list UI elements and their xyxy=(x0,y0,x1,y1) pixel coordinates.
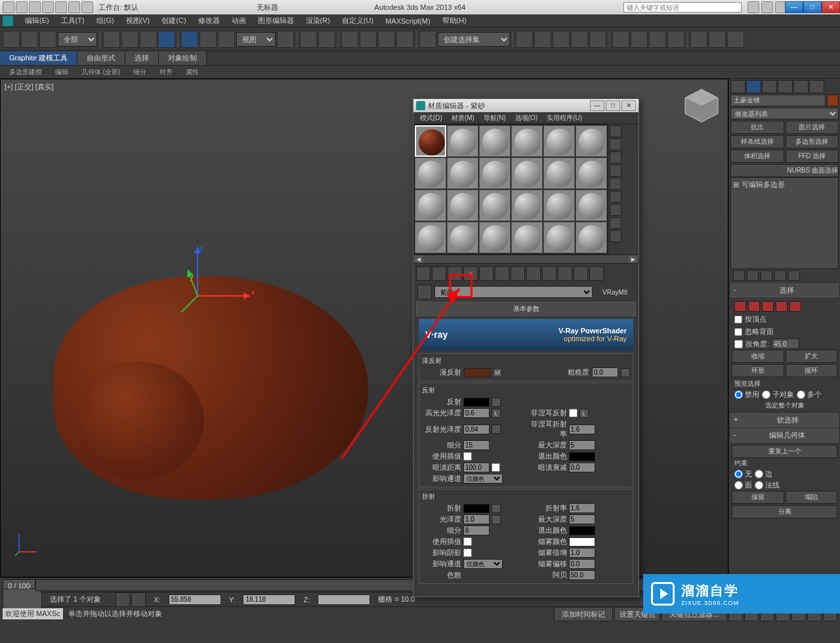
unique-icon[interactable] xyxy=(761,270,772,281)
make-unique-icon[interactable] xyxy=(495,266,509,281)
ribbon-sub-subdivide[interactable]: 细分 xyxy=(127,66,153,78)
fresnel-check[interactable] xyxy=(569,409,578,417)
diffuse-map-button[interactable]: M xyxy=(493,368,502,377)
mat-slot-11[interactable] xyxy=(543,157,575,189)
link-icon[interactable] xyxy=(3,31,20,48)
rendered-frame-icon[interactable] xyxy=(649,31,666,48)
collapse-button[interactable]: 塌陷 xyxy=(786,491,838,504)
ribbon-tab-graphite[interactable]: Graphite 建模工具 xyxy=(0,51,77,65)
constraint-normal-radio[interactable] xyxy=(755,481,763,489)
menu-group[interactable]: 组(G) xyxy=(91,14,119,27)
roughness-spinner[interactable] xyxy=(592,367,618,377)
refr-exit-color-swatch[interactable] xyxy=(569,526,595,535)
ribbon-sub-props[interactable]: 属性 xyxy=(179,66,205,78)
menu-views[interactable]: 视图(V) xyxy=(121,14,156,27)
constraint-edge-radio[interactable] xyxy=(755,470,763,478)
select-by-mat-icon[interactable] xyxy=(610,217,621,229)
search-icon[interactable] xyxy=(747,1,759,13)
schematic-icon[interactable] xyxy=(589,31,606,48)
menu-animation[interactable]: 动画 xyxy=(226,14,251,27)
abbe-spinner[interactable] xyxy=(569,570,595,580)
coord-y-input[interactable] xyxy=(243,594,295,605)
dim-falloff-spinner[interactable] xyxy=(569,463,595,472)
mat-slot-21[interactable] xyxy=(479,222,511,253)
menu-grapheditors[interactable]: 图形编辑器 xyxy=(253,14,299,27)
menu-rendering[interactable]: 渲染(R) xyxy=(301,14,335,27)
lock-selection-icon[interactable] xyxy=(116,592,130,607)
mat-slot-2[interactable] xyxy=(447,125,478,157)
max-logo-icon[interactable] xyxy=(3,16,13,26)
rollout-basic-params[interactable]: 基本参数 xyxy=(416,302,636,316)
undo-icon[interactable] xyxy=(55,1,67,13)
mat-slot-6[interactable] xyxy=(576,125,607,157)
modbtn-patch[interactable]: 面片选择 xyxy=(786,121,839,134)
ior-spinner[interactable] xyxy=(569,503,595,513)
keyboard-shortcut-icon[interactable] xyxy=(318,31,335,48)
modbtn-spline[interactable]: 样条线选择 xyxy=(730,135,784,148)
preserve-button[interactable]: 保留 xyxy=(732,491,784,504)
subobj-element-icon[interactable] xyxy=(789,301,801,312)
new-icon[interactable] xyxy=(16,1,28,13)
help-search-input[interactable] xyxy=(623,2,742,12)
mat-menu-mode[interactable]: 模式(D) xyxy=(416,113,446,123)
mat-slot-15[interactable] xyxy=(479,190,511,221)
teapot3-icon[interactable] xyxy=(727,31,744,48)
named-selection-select[interactable]: 创建选择集 xyxy=(438,32,510,47)
motion-tab-icon[interactable] xyxy=(778,80,793,93)
move-icon[interactable] xyxy=(181,31,198,48)
modbtn-extrude[interactable]: 抗出 xyxy=(730,121,784,134)
pin-stack-icon[interactable] xyxy=(733,270,745,281)
subobj-poly-icon[interactable] xyxy=(776,301,788,312)
detach-button[interactable]: 分离 xyxy=(732,505,837,518)
hierarchy-tab-icon[interactable] xyxy=(762,80,777,93)
scroll-right-icon[interactable]: ► xyxy=(629,255,638,263)
bind-icon[interactable] xyxy=(39,31,56,48)
select-rect-icon[interactable] xyxy=(140,31,157,48)
mat-slot-14[interactable] xyxy=(447,190,478,221)
open-icon[interactable] xyxy=(29,1,41,13)
refl-interp-check[interactable] xyxy=(463,452,472,461)
make-copy-icon[interactable] xyxy=(479,266,494,281)
maximize-button[interactable]: □ xyxy=(803,1,822,13)
viewcube[interactable] xyxy=(682,86,721,125)
ring-button[interactable]: 环形 xyxy=(732,364,784,377)
mat-slot-8[interactable] xyxy=(447,157,478,189)
mat-minimize-button[interactable]: — xyxy=(590,100,604,111)
trackbar-thumb[interactable] xyxy=(3,589,42,611)
menu-customize[interactable]: 自定义(U) xyxy=(337,14,379,27)
rollout-selection-head[interactable]: -选择 xyxy=(730,283,839,297)
options-icon[interactable] xyxy=(610,204,621,216)
rotate-icon[interactable] xyxy=(200,31,217,48)
coord-x-input[interactable] xyxy=(169,594,221,605)
refract-color-swatch[interactable] xyxy=(463,504,490,513)
mat-menu-options[interactable]: 选项(O) xyxy=(511,113,541,123)
hilight-lock-button[interactable]: L xyxy=(492,409,501,418)
go-parent-icon[interactable] xyxy=(574,266,588,281)
mat-slot-5[interactable] xyxy=(543,125,575,157)
mat-slot-20[interactable] xyxy=(447,222,478,253)
select-name-icon[interactable] xyxy=(121,31,138,48)
pivot-icon[interactable] xyxy=(277,31,294,48)
mat-slot-4[interactable] xyxy=(511,125,543,157)
percent-snap-icon[interactable] xyxy=(378,31,395,48)
by-angle-check[interactable] xyxy=(734,340,743,348)
mat-slot-23[interactable] xyxy=(543,222,575,253)
grow-button[interactable]: 扩大 xyxy=(786,350,838,363)
spinner-snap-icon[interactable] xyxy=(396,31,413,48)
isolate-icon[interactable] xyxy=(131,592,146,607)
dim-dist-check[interactable] xyxy=(492,463,500,472)
preview-multi-radio[interactable] xyxy=(797,390,805,399)
backlight-icon[interactable] xyxy=(610,138,621,150)
modbtn-ffd[interactable]: FFD 选择 xyxy=(786,150,839,163)
refl-maxdepth-spinner[interactable] xyxy=(569,440,595,450)
refr-maxdepth-spinner[interactable] xyxy=(569,514,595,524)
refr-gloss-spinner[interactable] xyxy=(463,514,490,524)
video-check-icon[interactable] xyxy=(610,178,621,190)
snap-icon[interactable] xyxy=(341,31,358,48)
edit-named-sel-icon[interactable] xyxy=(419,31,436,48)
render-setup-icon[interactable] xyxy=(631,31,648,48)
constraint-face-radio[interactable] xyxy=(734,481,743,489)
mat-slot-1[interactable] xyxy=(415,125,446,157)
close-button[interactable]: ✕ xyxy=(822,1,840,13)
object-color-swatch[interactable] xyxy=(827,94,839,106)
